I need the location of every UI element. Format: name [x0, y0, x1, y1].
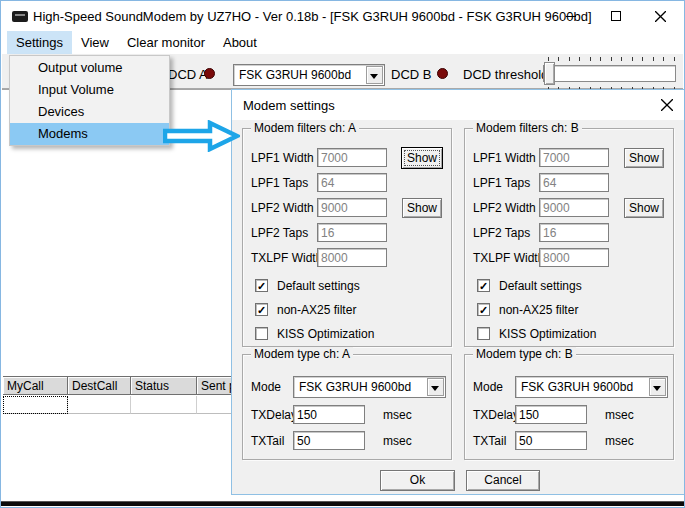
slider-handle[interactable]	[544, 62, 555, 85]
close-button[interactable]	[638, 1, 683, 31]
close-icon	[661, 99, 673, 111]
txtail-unit-a: msec	[383, 434, 412, 448]
lpf2-width-input-b[interactable]	[539, 198, 609, 217]
type-group-a-title: Modem type ch: A	[251, 347, 353, 361]
minimize-button[interactable]	[548, 1, 593, 31]
dcd-threshold-slider[interactable]	[543, 57, 676, 91]
lpf2-width-label-a: LPF2 Width	[251, 201, 314, 215]
txlpf-width-label-a: TXLPF Width	[251, 251, 322, 265]
dcd-b-led-icon	[437, 68, 448, 79]
default-settings-checkbox-b[interactable]: ✓	[477, 279, 490, 292]
menu-settings[interactable]: Settings	[7, 31, 72, 54]
modem-select-value: FSK G3RUH 9600bd	[239, 68, 351, 82]
slider-track[interactable]	[543, 65, 676, 82]
menu-view[interactable]: View	[72, 31, 118, 54]
lpf2-width-input-a[interactable]	[317, 198, 387, 217]
txtail-label-a: TXTail	[251, 434, 284, 448]
menu-about[interactable]: About	[214, 31, 266, 54]
txdelay-input-b[interactable]	[515, 405, 587, 424]
lpf1-taps-label-a: LPF1 Taps	[251, 176, 308, 190]
non-ax25-filter-checkbox-b[interactable]: ✓	[477, 303, 490, 316]
txlpf-width-input-b[interactable]	[539, 248, 609, 267]
titlebar[interactable]: High-Speed SoundModem by UZ7HO - Ver 0.1…	[1, 1, 684, 31]
lpf1-taps-input-a[interactable]	[317, 173, 387, 192]
combo-dropdown-button[interactable]	[649, 378, 666, 396]
show-lpf2-button-b[interactable]: Show	[624, 198, 664, 218]
lpf1-taps-input-b[interactable]	[539, 173, 609, 192]
combo-dropdown-button[interactable]	[427, 378, 444, 396]
dialog-title: Modem settings	[243, 98, 335, 113]
chevron-down-icon	[653, 386, 661, 391]
mode-combo-a[interactable]: FSK G3RUH 9600bd	[293, 376, 446, 398]
mode-value-b: FSK G3RUH 9600bd	[521, 380, 633, 394]
menu-item-devices[interactable]: Devices	[10, 101, 169, 123]
menubar: Settings View Clear monitor About	[2, 31, 683, 54]
txdelay-label-a: TXDelay	[251, 408, 297, 422]
lpf1-width-label-b: LPF1 Width	[473, 151, 536, 165]
menu-item-input-volume[interactable]: Input Volume	[10, 79, 169, 101]
combo-dropdown-button[interactable]	[366, 66, 383, 84]
menu-clear-monitor[interactable]: Clear monitor	[118, 31, 214, 54]
txlpf-width-input-a[interactable]	[317, 248, 387, 267]
lpf1-taps-label-b: LPF1 Taps	[473, 176, 530, 190]
dcd-threshold-label: DCD threshold	[463, 67, 548, 82]
lpf2-width-label-b: LPF2 Width	[473, 201, 536, 215]
default-settings-label-b: Default settings	[499, 279, 582, 293]
mode-value-a: FSK G3RUH 9600bd	[299, 380, 411, 394]
grid-cell-focused[interactable]	[3, 396, 68, 414]
type-group-b-title: Modem type ch: B	[473, 347, 576, 361]
grid-header-mycall[interactable]: MyCall	[3, 377, 68, 395]
dialog-close-button[interactable]	[661, 99, 673, 114]
txtail-input-a[interactable]	[293, 431, 365, 450]
non-ax25-filter-checkbox-a[interactable]: ✓	[255, 303, 268, 316]
modem-select-combo[interactable]: FSK G3RUH 9600bd	[233, 64, 385, 86]
menu-item-output-volume[interactable]: Output volume	[10, 57, 169, 79]
cancel-button[interactable]: Cancel	[466, 470, 540, 491]
type-group-a: Modem type ch: A Mode FSK G3RUH 9600bd T…	[242, 354, 452, 460]
maximize-icon	[611, 11, 621, 21]
kiss-optimization-checkbox-a[interactable]	[255, 327, 268, 340]
txdelay-label-b: TXDelay	[473, 408, 519, 422]
lpf2-taps-label-a: LPF2 Taps	[251, 226, 308, 240]
txtail-input-b[interactable]	[515, 431, 587, 450]
lpf1-width-input-a[interactable]	[317, 148, 387, 167]
chevron-down-icon	[370, 74, 378, 79]
window-bottom-edge	[1, 501, 684, 506]
menu-item-modems[interactable]: Modems	[10, 123, 169, 145]
grid-header-status[interactable]: Status	[131, 377, 197, 395]
mode-label-a: Mode	[251, 380, 281, 394]
grid-cell[interactable]	[131, 396, 197, 414]
kiss-optimization-checkbox-b[interactable]	[477, 327, 490, 340]
type-group-b: Modem type ch: B Mode FSK G3RUH 9600bd T…	[464, 354, 674, 460]
txlpf-width-label-b: TXLPF Width	[473, 251, 544, 265]
dcd-a-label: DCD A	[168, 67, 208, 82]
mode-label-b: Mode	[473, 380, 503, 394]
settings-dropdown-menu: Output volume Input Volume Devices Modem…	[9, 55, 170, 146]
ok-button[interactable]: Ok	[380, 470, 455, 491]
kiss-optimization-label-b: KISS Optimization	[499, 327, 596, 341]
dcd-a-led-icon	[204, 68, 215, 79]
show-lpf2-button-a[interactable]: Show	[402, 198, 442, 218]
close-icon	[655, 11, 666, 22]
dialog-titlebar[interactable]: Modem settings	[232, 90, 685, 120]
show-lpf1-button-b[interactable]: Show	[624, 148, 664, 168]
lpf1-width-label-a: LPF1 Width	[251, 151, 314, 165]
txdelay-unit-b: msec	[605, 408, 634, 422]
lpf2-taps-input-b[interactable]	[539, 223, 609, 242]
lpf2-taps-input-a[interactable]	[317, 223, 387, 242]
kiss-optimization-label-a: KISS Optimization	[277, 327, 374, 341]
lpf1-width-input-b[interactable]	[539, 148, 609, 167]
mode-combo-b[interactable]: FSK G3RUH 9600bd	[515, 376, 668, 398]
window-title: High-Speed SoundModem by UZ7HO - Ver 0.1…	[33, 9, 592, 24]
grid-cell[interactable]	[68, 396, 131, 414]
maximize-button[interactable]	[593, 1, 638, 31]
grid-header-destcall[interactable]: DestCall	[68, 377, 131, 395]
default-settings-checkbox-a[interactable]: ✓	[255, 279, 268, 292]
non-ax25-filter-label-a: non-AX25 filter	[277, 303, 356, 317]
default-settings-label-a: Default settings	[277, 279, 360, 293]
txdelay-input-a[interactable]	[293, 405, 365, 424]
app-icon	[12, 11, 28, 22]
show-lpf1-button-a[interactable]: Show	[401, 147, 443, 169]
modem-settings-dialog: Modem settings Modem filters ch: A LPF1 …	[231, 89, 685, 495]
app-window: High-Speed SoundModem by UZ7HO - Ver 0.1…	[0, 0, 685, 508]
